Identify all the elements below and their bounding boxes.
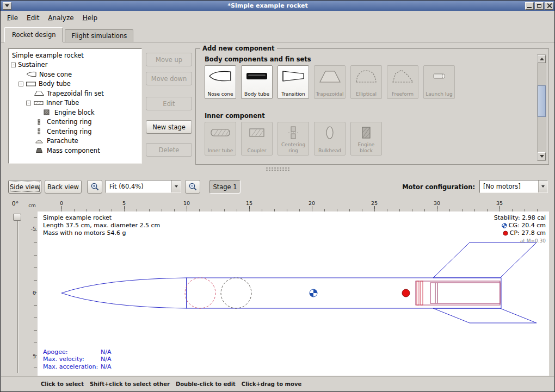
add-bulkhead-button[interactable]: Bulkhead <box>314 122 346 155</box>
menu-file[interactable]: File <box>3 13 22 23</box>
component-panel-scrollbar[interactable] <box>537 54 546 161</box>
add-trapezoidal-fin-button[interactable]: Trapezoidal <box>314 65 346 99</box>
vertical-ruler: -5 0 5 <box>27 211 38 376</box>
tree-item-label: Parachute <box>47 137 78 145</box>
body-tube-shape[interactable] <box>187 278 501 308</box>
launch-lug-icon <box>427 68 451 84</box>
chevron-down-icon[interactable] <box>171 181 181 192</box>
add-body-tube-button[interactable]: Body tube <box>241 65 273 99</box>
apogee-value: N/A <box>101 349 111 356</box>
add-transition-button[interactable]: Transition <box>278 65 309 99</box>
engine-block-shape[interactable] <box>435 283 437 303</box>
parachute-dashed-outline[interactable] <box>185 278 215 308</box>
inner-components-row: Inner tube Coupler Centering ring Bulkhe… <box>205 122 382 155</box>
ruler-tick-label: 30 <box>431 200 442 206</box>
tree-item-fin-set[interactable]: Trapezoidal fin set <box>9 89 141 98</box>
cg-marker <box>310 289 317 297</box>
tree-item-engine-block[interactable]: Engine block <box>9 108 141 117</box>
minimize-icon <box>527 7 532 8</box>
collapse-handle-icon[interactable]: - <box>26 101 31 105</box>
rotation-angle-label: 0° <box>8 200 22 207</box>
collapse-handle-icon[interactable]: - <box>11 63 16 67</box>
scrollbar-thumb[interactable] <box>538 85 546 117</box>
tree-item-body-tube[interactable]: - Body tube <box>9 79 141 89</box>
apogee-label: Apogee: <box>43 349 101 356</box>
ruler-unit-label: cm <box>27 200 38 211</box>
rocket-design-canvas[interactable]: Simple example rocket Length 37.5 cm, ma… <box>38 211 549 376</box>
horizontal-ruler: 0 5 10 15 20 25 30 35 <box>38 200 549 211</box>
splitter-handle[interactable] <box>266 167 291 171</box>
tree-item-rocket[interactable]: Simple example rocket <box>9 51 141 60</box>
side-view-button[interactable]: Side view <box>8 180 41 194</box>
menu-help[interactable]: Help <box>78 13 102 23</box>
zoom-in-button[interactable] <box>87 180 102 194</box>
rocket-mass: Mass with no motors 54.6 g <box>43 229 160 237</box>
flight-summary-block: Apogee: N/A Max. velocity: N/A Max. acce… <box>43 349 111 371</box>
nose-cone-icon <box>208 68 232 84</box>
scroll-up-arrow-icon[interactable] <box>538 55 546 63</box>
tree-item-inner-tube[interactable]: - Inner Tube <box>9 98 141 108</box>
tree-item-sustainer[interactable]: - Sustainer <box>9 60 141 70</box>
rotation-slider-track[interactable] <box>17 214 18 373</box>
tab-flight-simulations[interactable]: Flight simulations <box>65 29 133 42</box>
add-launch-lug-button[interactable]: Launch lug <box>423 65 455 99</box>
window-title: *Simple example rocket <box>11 1 524 11</box>
zoom-out-button[interactable] <box>185 180 200 194</box>
rotation-slider-handle[interactable] <box>13 214 21 221</box>
app-window: *Simple example rocket File Edit Analyze… <box>0 0 555 392</box>
add-coupler-button[interactable]: Coupler <box>241 122 273 155</box>
tree-item-nose-cone[interactable]: Nose cone <box>9 70 141 79</box>
collapse-handle-icon[interactable]: - <box>18 82 23 86</box>
menu-edit[interactable]: Edit <box>22 13 44 23</box>
tree-item-label: Nose cone <box>39 71 72 78</box>
component-tree[interactable]: Simple example rocket - Sustainer Nose c… <box>8 48 142 164</box>
move-up-button[interactable]: Move up <box>146 53 192 66</box>
ruler-tick-label: 15 <box>244 200 255 206</box>
edit-button[interactable]: Edit <box>146 97 192 110</box>
add-engine-block-button[interactable]: Engine block <box>350 122 382 155</box>
new-stage-button[interactable]: New stage <box>146 120 192 134</box>
tree-item-label: Inner Tube <box>46 99 79 107</box>
add-inner-tube-button[interactable]: Inner tube <box>205 122 236 155</box>
maximize-button[interactable] <box>535 2 544 10</box>
close-button[interactable] <box>545 2 553 10</box>
zoom-level-select[interactable]: Fit (60.4%) <box>106 180 181 193</box>
body-components-section-label: Body components and fin sets <box>205 55 311 63</box>
centering-ring-icon <box>34 128 45 134</box>
tree-item-mass-component[interactable]: Mass component <box>9 146 141 155</box>
tab-rocket-design[interactable]: Rocket design <box>4 27 63 42</box>
nose-cone-icon <box>26 71 37 77</box>
chevron-down-icon[interactable] <box>538 181 547 192</box>
upper-fin-shape[interactable] <box>433 242 536 278</box>
add-nose-cone-button[interactable]: Nose cone <box>205 65 236 99</box>
add-elliptical-fin-button[interactable]: Elliptical <box>350 65 382 99</box>
window-menu-button[interactable] <box>3 2 11 10</box>
menu-analyze[interactable]: Analyze <box>44 13 78 23</box>
tree-item-centering-ring[interactable]: Centering ring <box>9 117 141 127</box>
move-down-button[interactable]: Move down <box>146 72 192 85</box>
transition-icon <box>281 68 305 84</box>
cp-value: CP: 27.8 cm <box>510 229 546 237</box>
scroll-down-arrow-icon[interactable] <box>538 152 546 160</box>
freeform-fin-icon <box>391 68 415 84</box>
tree-item-label: Simple example rocket <box>12 52 84 59</box>
add-centering-ring-button[interactable]: Centering ring <box>278 122 309 155</box>
centering-ring-shape[interactable] <box>417 281 423 305</box>
mach-note: at M=0.30 <box>494 237 546 245</box>
inner-tube-shape[interactable] <box>416 281 500 305</box>
max-velocity-label: Max. velocity: <box>43 356 101 363</box>
tree-item-parachute[interactable]: Parachute <box>9 136 141 146</box>
tree-item-centering-ring[interactable]: Centering ring <box>9 127 141 136</box>
delete-button[interactable]: Delete <box>146 143 192 157</box>
lower-fin-shape[interactable] <box>433 308 536 323</box>
hint-click-drag: Click+drag to move <box>242 381 301 387</box>
stage-1-toggle[interactable]: Stage 1 <box>209 180 240 194</box>
motor-configuration-select[interactable]: [No motors] <box>479 180 548 193</box>
mass-component-dashed-outline[interactable] <box>221 278 251 308</box>
nose-cone-shape[interactable] <box>61 278 187 308</box>
add-freeform-fin-button[interactable]: Freeform <box>387 65 418 99</box>
back-view-button[interactable]: Back view <box>45 180 82 194</box>
close-icon <box>547 3 552 8</box>
minimize-button[interactable] <box>525 2 534 10</box>
engine-block-icon <box>354 125 378 141</box>
